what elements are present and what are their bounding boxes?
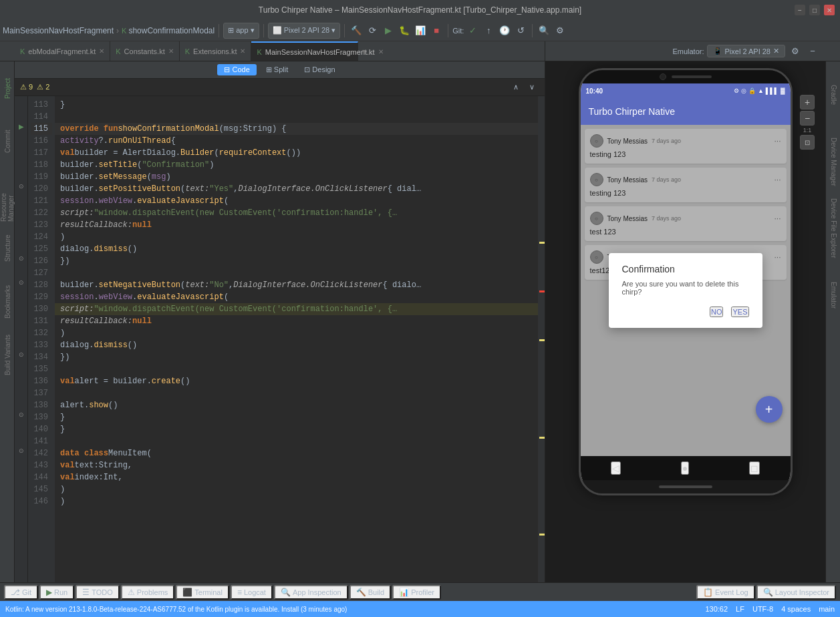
fab-button[interactable]: + [756,396,783,423]
breadcrumb-part1[interactable]: MainSessionNavHostFragment [3,26,114,35]
minimize-button[interactable]: − [795,5,805,15]
status-position[interactable]: 130:62 [705,605,728,613]
terminal-bottom-button[interactable]: ⬛ Terminal [176,585,229,600]
tab-constants[interactable]: K Constants.kt ✕ [110,41,179,61]
debug-button[interactable]: 🐛 [397,23,412,38]
tab-label-ebmodal: ebModalFragment.kt [28,47,96,55]
gutter-cell-125 [15,240,27,252]
run-bottom-button[interactable]: ▶ Run [39,585,74,600]
profiler-bottom-button[interactable]: 📊 Profiler [392,585,441,600]
tab-close-constants[interactable]: ✕ [168,47,174,55]
feed: ○ Tony Messias 7 days ago ··· testing 12… [581,125,791,456]
device-dropdown[interactable]: ⬜ Pixel 2 API 28 ▾ [268,23,341,39]
git-bottom-button[interactable]: ⎇ Git [4,585,38,600]
gutter: ▶ ⊙ ⊙ ⊙ ⊙ [15,96,28,582]
emulator-settings-button[interactable]: ⚙ [788,44,803,59]
close-button[interactable]: ✕ [824,5,835,15]
sidebar-item-resource-manager[interactable]: Resource Manager [0,168,15,222]
todo-label: TODO [92,588,113,596]
sidebar-item-emulator[interactable]: Emulator [826,262,840,329]
emulator-hide-button[interactable]: − [805,44,820,59]
ln-117: 117 [31,147,52,159]
terminal-icon: ⬛ [182,588,192,597]
sidebar-item-build-variants[interactable]: Build Variants [0,329,15,382]
fit-screen-button[interactable]: ⊡ [800,135,815,150]
tab-close-ebmodal[interactable]: ✕ [99,47,104,55]
right-panel-spacer [825,41,840,61]
editor-scrollbar[interactable] [538,96,545,582]
run-button[interactable]: ▶ [381,23,396,38]
sidebar-item-project[interactable]: Project [0,61,15,115]
home-nav-button[interactable]: ● [681,461,689,475]
zoom-out-button[interactable]: − [800,111,815,126]
gutter-cell-145 [15,481,27,493]
zoom-in-button[interactable]: + [800,95,815,110]
status-charset[interactable]: UTF-8 [752,605,773,613]
event-log-bottom-button[interactable]: 📋 Event Log [696,585,755,600]
status-indent[interactable]: 4 spaces [781,605,811,613]
status-encoding[interactable]: LF [736,605,744,613]
tab-mainsession[interactable]: K MainSessionNavHostFragment.kt ✕ [251,41,358,61]
layout-inspector-bottom-button[interactable]: 🔍 Layout Inspector [756,585,836,600]
status-message: Kotlin: A new version 213-1.8.0-Beta-rel… [5,606,347,613]
terminal-label: Terminal [194,588,223,596]
sidebar-item-device-file-explorer[interactable]: Device File Explorer [826,195,840,262]
emulator-device-btn[interactable]: 📱 Pixel 2 API 28 ✕ [707,45,786,57]
app-dropdown[interactable]: ⊞ app ▾ [223,23,259,39]
stop-button[interactable]: ■ [429,23,444,38]
sidebar-item-device-manager[interactable]: Device Manager [826,128,840,195]
problems-label: Problems [137,588,168,596]
dialog-actions: NO YES [622,306,749,317]
search-button[interactable]: 🔍 [537,23,551,38]
ln-119: 119 [31,171,52,183]
gutter-cell-136 [15,373,27,385]
tab-ebmodal[interactable]: K ebModalFragment.kt ✕ [15,41,110,61]
profile-button[interactable]: 📊 [413,23,428,38]
view-tab-split[interactable]: ⊞ Split [259,64,295,75]
make-project-button[interactable]: 🔨 [349,23,364,38]
git-check-button[interactable]: ✓ [465,23,480,38]
sidebar-item-structure[interactable]: Structure [0,222,15,275]
dialog-yes-button[interactable]: YES [731,306,748,317]
ln-114: 114 [31,111,52,123]
tab-icon-ebmodal: K [20,47,25,55]
logcat-label: Logcat [244,588,266,596]
breadcrumb-part2[interactable]: showConfirmationModal [128,26,215,35]
view-tab-code[interactable]: ⊟ Code [217,64,256,75]
recent-nav-button[interactable]: ◻ [749,461,760,475]
git-update-button[interactable]: ↑ [481,23,496,38]
ln-146: 146 [31,495,52,507]
logcat-bottom-button[interactable]: ≡ Logcat [231,585,273,600]
nav-up-button[interactable]: ∧ [509,80,523,95]
problems-icon: ⚠ [128,588,135,597]
view-tab-design[interactable]: ⊡ Design [297,64,341,75]
problems-bottom-button[interactable]: ⚠ Problems [121,585,174,600]
ln-121: 121 [31,195,52,207]
close-emulator-icon[interactable]: ✕ [773,47,779,55]
emulator-tab-area: Emulator: 📱 Pixel 2 API 28 ✕ ⚙ − [545,41,825,61]
build-bottom-button[interactable]: 🔨 Build [349,585,391,600]
git-history-button[interactable]: 🕐 [497,23,512,38]
sidebar-item-bookmarks[interactable]: Bookmarks [0,275,15,329]
dialog-no-button[interactable]: NO [710,306,724,317]
title-bar: Turbo Chirper Native – MainSessionNavHos… [0,0,840,20]
code-lines[interactable]: } override fun showConfirmationModal(msg… [55,96,538,582]
code-line-137 [55,387,538,399]
gutter-cell-133 [15,337,27,349]
todo-bottom-button[interactable]: ☰ TODO [76,585,120,600]
maximize-button[interactable]: □ [809,5,820,15]
tab-extensions[interactable]: K Extensions.kt ✕ [180,41,252,61]
tab-overflow[interactable]: ▾ [358,41,370,61]
line-numbers: 113 114 115 116 117 118 119 120 121 122 … [28,96,55,582]
sidebar-item-gradle[interactable]: Gradle [826,61,840,128]
back-nav-button[interactable]: ◁ [611,461,621,475]
sync-button[interactable]: ⟳ [365,23,380,38]
app-inspection-bottom-button[interactable]: 🔍 App Inspection [274,585,348,600]
settings-button[interactable]: ⚙ [553,23,567,38]
gutter-cell-138 [15,397,27,409]
tab-close-extensions[interactable]: ✕ [240,47,245,55]
sidebar-item-commit[interactable]: Commit [0,115,15,168]
git-rollback-button[interactable]: ↺ [513,23,528,38]
status-lang[interactable]: main [819,605,835,613]
nav-down-button[interactable]: ∨ [525,80,539,95]
